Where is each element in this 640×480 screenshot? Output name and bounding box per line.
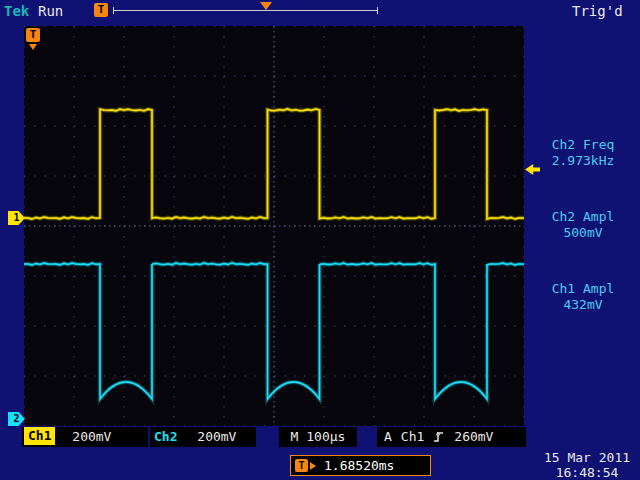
trigger-source: Ch1 (401, 427, 424, 447)
trigger-level-value: 260mV (454, 427, 493, 447)
time-value: 16:48:54 (534, 465, 640, 480)
ch1-badge: Ch1 (24, 427, 55, 445)
measurement-value: 2.973kHz (528, 153, 638, 169)
trigger-mode: A (384, 427, 392, 447)
trigger-time-arrow-icon (29, 44, 37, 50)
date-time: 15 Mar 2011 16:48:54 (534, 450, 640, 480)
ch2-scale-readout: Ch2 200mV (150, 427, 256, 447)
measurement-label: Ch2 Ampl (528, 209, 638, 225)
measurement-label: Ch2 Freq (528, 137, 638, 153)
ch2-scale-value: 200mV (197, 429, 236, 444)
ch2-ground-marker: 2 (8, 412, 25, 426)
trigger-time-badge: T (26, 28, 40, 42)
record-bar-tick (113, 7, 114, 14)
ch1-scale-value: 200mV (72, 429, 111, 444)
measurement-value: 432mV (528, 297, 638, 313)
trigger-status: Trig'd (572, 3, 623, 19)
timebase-readout: M 100µs (279, 427, 357, 447)
measurement-ch1-ampl: Ch1 Ampl 432mV (528, 281, 638, 313)
trigger-position-marker-icon (260, 2, 272, 10)
ch2-badge: Ch2 (154, 429, 177, 444)
measurement-ch2-freq: Ch2 Freq 2.973kHz (528, 137, 638, 169)
top-status-bar: Tek Run T Trig'd (0, 0, 640, 26)
waveform-display (24, 26, 524, 426)
oscilloscope-screen: Tek Run T Trig'd T 1 2 Ch2 Freq 2.973kHz… (0, 0, 640, 480)
graticule: T 1 2 (24, 26, 524, 426)
ch1-scale-readout: Ch1 200mV (22, 427, 148, 447)
ch1-ground-marker: 1 (8, 211, 25, 225)
measurement-value: 500mV (528, 225, 638, 241)
trigger-t-badge: T (295, 459, 308, 472)
acquisition-status: Run (38, 3, 63, 19)
record-bar (113, 10, 378, 11)
date-value: 15 Mar 2011 (534, 450, 640, 465)
trigger-time-readout: T 1.68520ms (290, 455, 431, 476)
record-trigger-badge: T (94, 3, 108, 17)
trigger-readout: A Ch1 260mV (377, 427, 526, 447)
timebase-value: M 100µs (291, 429, 346, 444)
rising-edge-icon (433, 430, 445, 444)
measurement-label: Ch1 Ampl (528, 281, 638, 297)
measurement-ch2-ampl: Ch2 Ampl 500mV (528, 209, 638, 241)
right-arrow-icon (310, 462, 316, 470)
record-bar-tick (377, 7, 378, 14)
tek-logo: Tek (4, 3, 29, 19)
trigger-time-value: 1.68520ms (324, 458, 394, 473)
